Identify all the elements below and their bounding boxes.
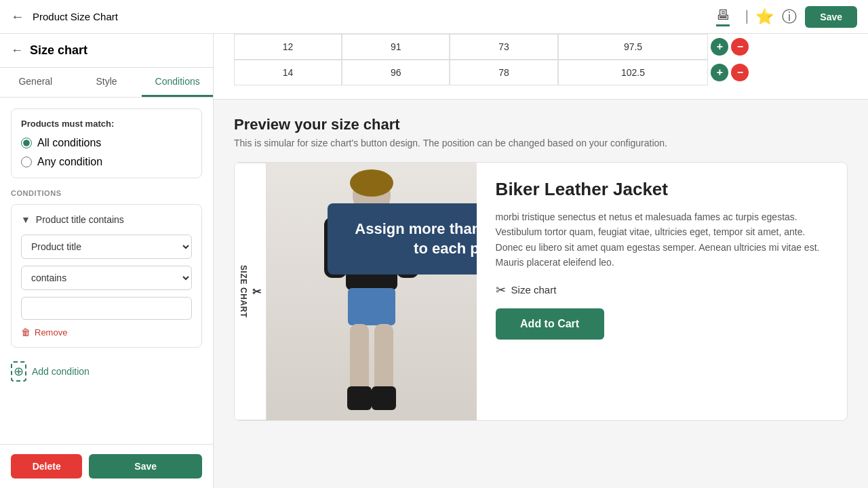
svg-rect-5: [348, 288, 395, 325]
model-placeholder: [267, 163, 477, 420]
radio-any-input[interactable]: [21, 157, 32, 167]
back-icon[interactable]: ←: [11, 9, 24, 24]
remove-row-button[interactable]: −: [731, 38, 749, 56]
table-cell[interactable]: 73: [450, 34, 557, 60]
save-button[interactable]: Save: [89, 454, 202, 479]
sidebar-tabs: General Style Conditions: [0, 68, 213, 98]
sidebar-content: Products must match: All conditions Any …: [0, 98, 213, 444]
add-to-cart-button[interactable]: Add to Cart: [496, 308, 604, 340]
condition-card-header: ▼ Product title contains: [21, 214, 192, 225]
sidebar-back-icon[interactable]: ←: [11, 43, 23, 58]
sidebar-footer: Delete Save: [0, 444, 213, 488]
size-table-area: 12 91 73 97.5 + − 14 96: [214, 34, 868, 100]
table-cell[interactable]: 12: [234, 34, 342, 60]
size-chart-tab[interactable]: ✂ SIZE CHART: [235, 163, 267, 420]
add-condition-button[interactable]: ⊕ Add condition: [11, 356, 90, 387]
remove-label: Remove: [35, 327, 67, 338]
add-condition-icon: ⊕: [11, 361, 26, 382]
svg-rect-9: [372, 386, 396, 410]
condition-operator-select[interactable]: contains does not contain equals starts …: [21, 266, 192, 290]
svg-rect-8: [347, 386, 372, 410]
star-icon[interactable]: ⭐: [755, 8, 774, 26]
radio-all-conditions[interactable]: All conditions: [21, 137, 192, 149]
topbar-title: Product Size Chart: [33, 11, 708, 22]
condition-card-title: Product title contains: [36, 214, 124, 225]
table-cell[interactable]: 102.5: [558, 60, 709, 85]
row-actions-cell: + −: [708, 60, 848, 85]
preview-image-side: Assign more than one size chart to each …: [267, 163, 477, 420]
sidebar: ← Size chart General Style Conditions Pr…: [0, 34, 214, 488]
size-chart-link-icon: ✂: [496, 283, 506, 298]
condition-value-input[interactable]: [21, 297, 192, 320]
main-layout: ← Size chart General Style Conditions Pr…: [0, 34, 868, 488]
tab-style[interactable]: Style: [71, 68, 142, 97]
condition-field-select[interactable]: Product title Product type Product vendo…: [21, 235, 192, 259]
conditions-section-label: CONDITIONS: [11, 189, 202, 197]
sidebar-header: ← Size chart: [0, 34, 213, 68]
add-row-button[interactable]: +: [711, 64, 728, 81]
row-actions-cell: + −: [708, 34, 848, 60]
table-cell[interactable]: 14: [234, 60, 342, 85]
delete-button[interactable]: Delete: [11, 454, 82, 479]
device-icons: 🖶 ⎹: [716, 7, 747, 26]
help-icon[interactable]: ⓘ: [782, 7, 797, 27]
product-body: morbi tristique senectus et netus et mal…: [496, 209, 828, 270]
table-cell[interactable]: 78: [450, 60, 557, 85]
table-row: 14 96 78 102.5 + −: [234, 60, 848, 85]
trash-icon: 🗑: [21, 327, 31, 338]
topbar-save-button[interactable]: Save: [805, 6, 857, 28]
mobile-icon[interactable]: ⎹: [735, 9, 747, 24]
row-actions: + −: [711, 38, 845, 56]
size-table: 12 91 73 97.5 + − 14 96: [234, 34, 848, 85]
radio-all-input[interactable]: [21, 138, 32, 148]
radio-any-condition[interactable]: Any condition: [21, 156, 192, 168]
table-cell[interactable]: 91: [342, 34, 450, 60]
products-must-match-card: Products must match: All conditions Any …: [11, 108, 202, 178]
size-chart-link-label: Size chart: [511, 284, 557, 296]
radio-all-label: All conditions: [37, 137, 101, 149]
size-chart-link[interactable]: ✂ Size chart: [496, 283, 828, 298]
preview-detail-side: Biker Leather Jacket morbi tristique sen…: [477, 163, 847, 420]
topbar-icon-group: ⭐ ⓘ Save: [755, 6, 857, 28]
preview-card: ✂ SIZE CHART: [234, 162, 848, 421]
sidebar-title: Size chart: [30, 43, 87, 58]
radio-group: All conditions Any condition: [21, 137, 192, 168]
condition-card: ▼ Product title contains Product title P…: [11, 204, 202, 348]
overlay-tooltip-text: Assign more than one size chart to each …: [348, 220, 477, 258]
row-actions: + −: [711, 64, 845, 81]
table-row: 12 91 73 97.5 + −: [234, 34, 848, 60]
size-chart-tab-label: SIZE CHART: [239, 265, 248, 318]
add-row-button[interactable]: +: [711, 38, 728, 56]
preview-title: Preview your size chart: [234, 116, 848, 134]
table-cell[interactable]: 96: [342, 60, 450, 85]
remove-row-button[interactable]: −: [731, 64, 749, 81]
condition-chevron-icon[interactable]: ▼: [21, 214, 31, 225]
add-condition-label: Add condition: [32, 366, 90, 377]
size-chart-tab-icon: ✂: [252, 285, 262, 298]
radio-any-label: Any condition: [37, 156, 102, 168]
preview-subtitle: This is simular for size chart's button …: [234, 138, 848, 148]
tab-conditions[interactable]: Conditions: [142, 68, 213, 97]
preview-section: Preview your size chart This is simular …: [214, 100, 868, 437]
tab-general[interactable]: General: [0, 68, 71, 97]
products-must-match-label: Products must match:: [21, 119, 192, 129]
topbar: ← Product Size Chart 🖶 ⎹ ⭐ ⓘ Save: [0, 0, 868, 34]
svg-point-1: [350, 169, 393, 197]
remove-condition-button[interactable]: 🗑 Remove: [21, 327, 67, 338]
desktop-icon[interactable]: 🖶: [716, 7, 730, 26]
table-cell[interactable]: 97.5: [558, 34, 709, 60]
content-area: 12 91 73 97.5 + − 14 96: [214, 34, 868, 488]
overlay-tooltip: Assign more than one size chart to each …: [328, 203, 477, 274]
product-title: Biker Leather Jacket: [496, 179, 828, 200]
